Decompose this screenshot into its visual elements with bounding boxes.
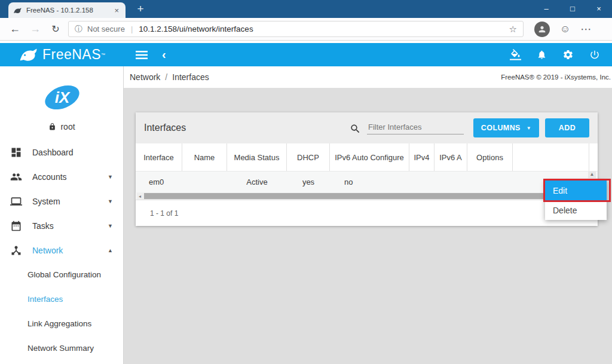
freenas-appbar: FreeNAS ™ ‹ xyxy=(0,43,612,66)
chevron-down-icon: ▼ xyxy=(108,174,113,180)
chevron-down-icon: ▼ xyxy=(527,126,531,131)
filter-input[interactable] xyxy=(367,121,464,134)
breadcrumb-page[interactable]: Interfaces xyxy=(172,72,209,82)
forward-icon: → xyxy=(25,23,45,35)
ixsystems-logo: iX xyxy=(0,83,124,112)
new-tab-icon[interactable]: + xyxy=(133,1,148,17)
browser-toolbar: ← → ↻ ⓘ Not secure | 10.1.2.158/ui/netwo… xyxy=(0,18,612,41)
minimize-icon[interactable]: – xyxy=(533,0,559,18)
column-header-name[interactable]: Name xyxy=(182,143,227,171)
cell-media-status: Active xyxy=(227,172,287,192)
appbar-actions xyxy=(510,49,600,60)
security-label: Not secure xyxy=(87,25,125,33)
paint-fill-icon[interactable] xyxy=(510,49,521,60)
breadcrumb-separator: / xyxy=(165,72,167,82)
brand-trademark: ™ xyxy=(101,53,105,57)
screen: FreeNAS - 10.1.2.158 × + – □ × ← → ↻ ⓘ N… xyxy=(0,0,612,364)
add-button-label: ADD xyxy=(559,124,576,132)
breadcrumb-band: Network / Interfaces FreeNAS® © 2019 - i… xyxy=(124,66,612,88)
column-header-dhcp[interactable]: DHCP xyxy=(287,143,330,171)
sidebar-item-label: Tasks xyxy=(32,221,54,231)
cell-interface: em0 xyxy=(136,172,182,192)
sidebar-item-system[interactable]: System ▼ xyxy=(0,189,124,213)
refresh-icon[interactable]: ↻ xyxy=(45,23,66,35)
column-header-interface[interactable]: Interface xyxy=(136,143,182,171)
maximize-icon[interactable]: □ xyxy=(559,0,586,18)
username: root xyxy=(60,122,75,131)
sidebar-item-link-aggregations[interactable]: Link Aggregations xyxy=(0,311,124,336)
browser-titlebar: FreeNAS - 10.1.2.158 × + – □ × xyxy=(0,0,612,18)
sidebar-item-network-summary[interactable]: Network Summary xyxy=(0,336,124,360)
context-menu-edit[interactable]: Edit xyxy=(545,181,607,200)
interfaces-card: Interfaces COLUMNS ▼ ADD Interface Name … xyxy=(136,112,598,226)
column-header-media-status[interactable]: Media Status xyxy=(227,143,287,171)
cell-ipv6-auto-configure: no xyxy=(330,172,409,192)
close-icon[interactable]: × xyxy=(586,0,612,18)
settings-gear-icon[interactable] xyxy=(562,49,574,60)
freenas-logo: FreeNAS ™ xyxy=(0,47,124,63)
tasks-calendar-icon xyxy=(10,220,23,232)
table-row[interactable]: em0 Active yes no xyxy=(136,171,598,192)
network-hub-icon xyxy=(10,244,23,256)
scroll-left-icon[interactable]: ◂ xyxy=(136,194,143,199)
system-laptop-icon xyxy=(10,195,23,207)
collapse-sidebar-icon[interactable]: ‹ xyxy=(162,48,166,62)
info-icon[interactable]: ⓘ xyxy=(75,24,82,35)
notifications-bell-icon[interactable] xyxy=(537,49,547,60)
table-header-row: Interface Name Media Status DHCP IPv6 Au… xyxy=(136,143,598,171)
column-header-filler xyxy=(513,143,589,171)
dashboard-icon xyxy=(10,146,23,158)
sidebar-item-dashboard[interactable]: Dashboard xyxy=(0,140,124,164)
add-button[interactable]: ADD xyxy=(545,118,589,137)
column-header-ipv6-addresses[interactable]: IPv6 A xyxy=(434,143,467,171)
chevron-down-icon: ▼ xyxy=(108,223,113,229)
shark-logo-icon xyxy=(19,48,39,62)
tab-close-icon[interactable]: × xyxy=(112,6,121,15)
column-header-ipv4[interactable]: IPv4 xyxy=(409,143,434,171)
columns-button[interactable]: COLUMNS ▼ xyxy=(473,118,539,137)
row-context-menu: Edit Delete xyxy=(545,181,607,220)
horizontal-scrollbar[interactable]: ◂ xyxy=(136,192,590,200)
sidebar-item-network[interactable]: Network ▲ xyxy=(0,238,124,262)
context-menu-delete[interactable]: Delete xyxy=(545,200,607,220)
sidebar-nav: Dashboard Accounts ▼ System ▼ Tasks ▼ Ne… xyxy=(0,140,124,360)
card-header: Interfaces COLUMNS ▼ ADD xyxy=(136,112,598,143)
url-text[interactable]: 10.1.2.158/ui/network/interfaces xyxy=(139,25,253,33)
address-bar[interactable]: ⓘ Not secure | 10.1.2.158/ui/network/int… xyxy=(68,21,524,37)
chevron-down-icon: ▼ xyxy=(108,198,113,204)
brand-name: FreeNAS xyxy=(42,47,101,63)
svg-text:iX: iX xyxy=(54,88,70,106)
tab-title: FreeNAS - 10.1.2.158 xyxy=(26,7,112,14)
cell-name xyxy=(182,172,227,192)
column-header-ipv6-auto-configure[interactable]: IPv6 Auto Configure xyxy=(330,143,409,171)
pagination-label: 1 - 1 of 1 xyxy=(150,209,178,218)
cell-dhcp: yes xyxy=(287,172,330,192)
back-icon[interactable]: ← xyxy=(5,23,25,35)
person-icon xyxy=(537,25,547,34)
browser-tab[interactable]: FreeNAS - 10.1.2.158 × xyxy=(8,2,126,18)
sidebar-item-global-configuration[interactable]: Global Configuration xyxy=(0,262,124,287)
breadcrumb: Network / Interfaces xyxy=(130,66,209,88)
sidebar-item-tasks[interactable]: Tasks ▼ xyxy=(0,213,124,238)
feedback-smiley-icon[interactable]: ☺ xyxy=(560,23,570,35)
browser-menu-icon[interactable]: ⋯ xyxy=(580,23,592,36)
column-header-options[interactable]: Options xyxy=(467,143,513,171)
filter-area xyxy=(350,121,464,134)
profile-avatar[interactable] xyxy=(534,22,550,37)
scrollbar-gutter xyxy=(589,143,598,171)
logged-in-user: root xyxy=(0,122,124,131)
bookmark-star-icon[interactable]: ☆ xyxy=(509,24,517,35)
power-icon[interactable] xyxy=(589,49,600,60)
horizontal-scrollbar-thumb[interactable] xyxy=(144,193,543,199)
breadcrumb-section[interactable]: Network xyxy=(130,72,160,82)
freenas-favicon-icon xyxy=(13,7,22,14)
accounts-people-icon xyxy=(10,171,23,183)
sidebar-item-interfaces[interactable]: Interfaces xyxy=(0,287,124,311)
card-title: Interfaces xyxy=(144,123,186,133)
hamburger-menu-icon[interactable] xyxy=(136,51,148,59)
scroll-up-icon[interactable]: ▲ xyxy=(588,171,596,178)
sidebar-item-accounts[interactable]: Accounts ▼ xyxy=(0,164,124,189)
sidebar: iX root Dashboard Accounts ▼ System ▼ xyxy=(0,66,124,364)
sidebar-item-label: System xyxy=(32,197,60,206)
columns-button-label: COLUMNS xyxy=(481,124,521,132)
